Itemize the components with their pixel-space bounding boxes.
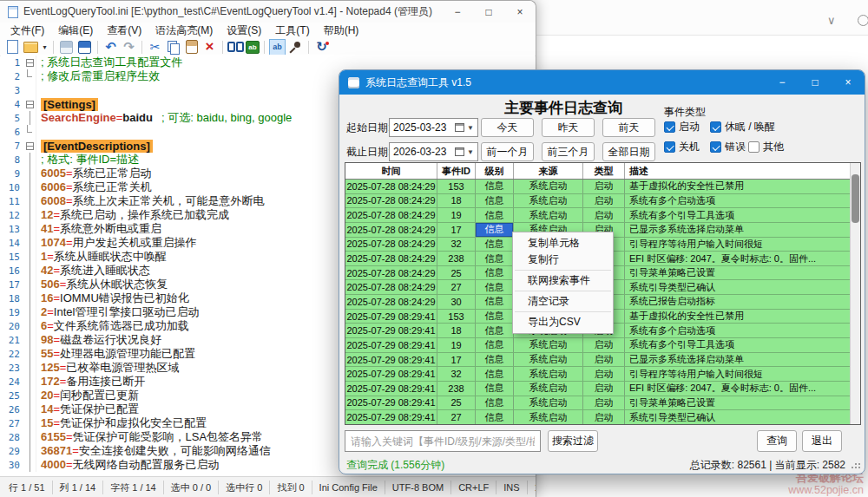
table-cell[interactable]: 启动 [583, 353, 625, 367]
table-cell[interactable]: 32 [437, 367, 476, 381]
statusbar-segment-8[interactable]: UTF-8 BOM [385, 481, 451, 494]
table-cell[interactable]: 引导程序等待用户输入时间很短 [625, 238, 850, 252]
table-cell[interactable]: 系统启动 [514, 410, 583, 424]
refresh-icon[interactable] [858, 15, 868, 26]
quick-date-button[interactable]: 前天 [602, 118, 655, 137]
table-cell[interactable]: 2025-07-28 08:24:29 [345, 208, 437, 222]
statusbar-segment-3[interactable]: 字符 1 / 14 [103, 481, 164, 494]
table-cell[interactable]: 2025-07-29 08:29:41 [345, 338, 437, 352]
minimize-icon[interactable]: − [442, 1, 473, 23]
table-cell[interactable]: 19 [437, 338, 476, 352]
table-cell[interactable]: 系统已报告启动指标 [625, 295, 850, 309]
minimize-icon[interactable]: − [766, 70, 799, 95]
quick-date-button[interactable]: 前一个月 [481, 142, 534, 161]
event-type-checkbox[interactable]: 关机 [664, 140, 700, 154]
table-cell[interactable]: 2025-07-29 08:29:41 [345, 324, 437, 337]
quick-date-button[interactable]: 昨天 [542, 118, 595, 137]
table-cell[interactable]: 32 [437, 238, 476, 252]
table-cell[interactable]: 2025-07-28 08:24:29 [345, 266, 437, 280]
open-dropdown-icon[interactable]: ▾ [41, 39, 49, 56]
table-cell[interactable]: 引导菜单策略已设置 [625, 266, 850, 280]
table-cell[interactable]: 2025-07-29 08:29:41 [345, 367, 437, 381]
statusbar-segment-7[interactable]: Ini Config File [312, 481, 385, 494]
table-cell[interactable]: 系统启动 [514, 194, 583, 208]
delete-icon[interactable]: × [201, 39, 218, 56]
scrollbar-thumb[interactable] [852, 174, 859, 223]
table-row[interactable]: 2025-07-29 08:29:41238信息系统启动启动EFI 时区偏移: … [345, 382, 850, 396]
table-cell[interactable]: 153 [437, 310, 476, 324]
table-cell[interactable]: EFI 时区偏移: 2047。夏令时标志: 0。固件... [625, 252, 850, 265]
filter-button[interactable]: 搜索过滤 [548, 430, 598, 452]
fold-margin[interactable] [23, 139, 36, 153]
table-row[interactable]: 2025-07-29 08:29:4125信息系统启动启动引导菜单策略已设置 [345, 396, 850, 411]
copy-icon[interactable] [165, 39, 181, 56]
table-cell[interactable]: 系统启动 [514, 208, 583, 222]
table-cell[interactable]: 系统有多个引导工具选项 [625, 208, 850, 222]
table-row[interactable]: 2025-07-29 08:29:4127信息系统启动启动系统引导类型已确认 [345, 410, 850, 424]
undo-icon[interactable]: ↶ [102, 39, 119, 56]
table-cell[interactable]: 信息 [476, 252, 514, 265]
context-menu-item[interactable]: 复制单元格 [513, 235, 613, 252]
quick-date-button[interactable]: 今天 [481, 118, 534, 137]
table-row[interactable]: 2025-07-29 08:29:4132信息系统启动启动引导程序等待用户输入时… [345, 367, 850, 382]
menu-item-2[interactable]: 编辑(E) [51, 23, 100, 38]
column-header[interactable]: 事件ID [437, 163, 476, 179]
table-cell[interactable]: 系统引导类型已确认 [625, 280, 850, 294]
table-cell[interactable]: 基于虚拟化的安全性已禁用 [625, 310, 850, 324]
context-menu-item[interactable]: 复制行 [513, 252, 613, 268]
table-cell[interactable]: 信息 [476, 266, 514, 280]
table-cell[interactable]: 信息 [476, 382, 514, 396]
table-cell[interactable]: 18 [437, 324, 476, 337]
table-cell[interactable]: 系统启动 [514, 367, 583, 381]
resize-grip[interactable] [852, 461, 861, 469]
fold-margin[interactable] [23, 97, 36, 111]
highlight-toggle-icon[interactable]: ab [269, 39, 286, 56]
table-cell[interactable]: 2025-07-28 08:24:29 [345, 238, 437, 252]
table-cell[interactable]: 信息 [476, 310, 514, 324]
table-cell[interactable]: 信息 [476, 367, 514, 381]
menu-item-7[interactable]: 帮助(H) [317, 23, 366, 38]
table-row[interactable]: 2025-07-28 08:24:29153信息系统启动启动基于虚拟化的安全性已… [345, 180, 850, 194]
table-cell[interactable]: 2025-07-29 08:29:41 [345, 410, 437, 424]
exit-button[interactable]: 退出 [802, 430, 842, 452]
statusbar-segment-10[interactable]: INS [496, 481, 527, 494]
table-cell[interactable]: 系统引导类型已确认 [625, 410, 850, 424]
column-header[interactable]: 描述 [625, 163, 850, 179]
menu-item-5[interactable]: 设置(S) [220, 23, 268, 38]
table-cell[interactable]: 信息 [476, 324, 514, 337]
table-cell[interactable]: 信息 [476, 194, 514, 208]
statusbar-segment-1[interactable]: 行 1 / 51 [2, 481, 53, 494]
table-cell[interactable]: 18 [437, 194, 476, 208]
table-cell[interactable]: 信息 [476, 238, 514, 252]
table-cell[interactable]: 系统有多个启动选项 [625, 324, 850, 337]
table-cell[interactable]: 引导程序等待用户输入时间很短 [625, 367, 850, 381]
table-cell[interactable]: 238 [437, 252, 476, 265]
table-row[interactable]: 2025-07-28 08:24:2918信息系统启动启动系统有多个启动选项 [345, 194, 850, 209]
context-menu-item[interactable]: 联网搜索事件 [513, 272, 613, 289]
open-file-icon[interactable] [23, 39, 39, 56]
end-date-input[interactable]: 2026-03-23 ▼ [389, 142, 478, 161]
pin-icon[interactable] [287, 39, 304, 56]
dialog-titlebar[interactable]: 系统日志查询工具 v1.5 − □ × [339, 70, 865, 95]
table-cell[interactable]: 系统启动 [514, 382, 583, 396]
chevron-down-icon[interactable]: ▼ [467, 148, 474, 156]
paste-icon[interactable] [183, 39, 200, 56]
event-type-checkbox[interactable]: 其他 [748, 140, 784, 154]
fold-margin[interactable] [23, 56, 36, 69]
table-cell[interactable]: 引导菜单策略已设置 [625, 396, 850, 410]
table-cell[interactable]: 2025-07-29 08:29:41 [345, 353, 437, 367]
statusbar-segment-6[interactable]: 找到 0 [270, 481, 312, 494]
table-cell[interactable]: 已显示多系统选择启动菜单 [625, 223, 850, 237]
table-cell[interactable]: 系统有多个启动选项 [625, 194, 850, 208]
table-cell[interactable]: 启动 [583, 180, 625, 193]
table-cell[interactable]: 2025-07-28 08:24:29 [345, 223, 437, 237]
table-cell[interactable]: 25 [437, 266, 476, 280]
find-icon[interactable] [227, 39, 244, 56]
redo-icon[interactable]: ↷ [121, 39, 137, 56]
table-cell[interactable]: 2025-07-29 08:29:41 [345, 382, 437, 396]
quick-date-button[interactable]: 全部日期 [602, 142, 655, 161]
event-type-checkbox[interactable]: 休眠 / 唤醒 [710, 120, 775, 134]
table-cell[interactable]: 2025-07-28 08:24:29 [345, 295, 437, 309]
table-cell[interactable]: 17 [437, 353, 476, 367]
chevron-down-icon[interactable]: ▼ [467, 124, 474, 132]
